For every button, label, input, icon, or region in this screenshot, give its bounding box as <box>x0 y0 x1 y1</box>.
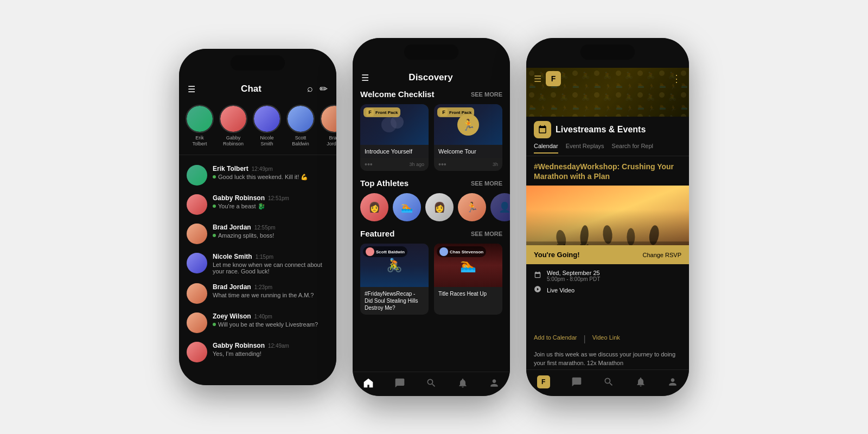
fp-name: Front Pack <box>375 110 398 115</box>
story-item[interactable]: ScottBaldwin <box>286 105 315 147</box>
nav-bell-icon[interactable] <box>457 378 468 388</box>
athletes-see-more[interactable]: SEE MORE <box>471 180 502 187</box>
nav-home-icon[interactable] <box>363 378 374 388</box>
featured-card-title-races[interactable]: 🏊 Chas Stevenson Title Races Heat Up <box>434 244 502 315</box>
msg-text: Let me know when we can connect about yo… <box>213 261 329 275</box>
disc-bottom-nav <box>353 372 510 396</box>
athlete-circle-2[interactable]: 🏊 <box>393 193 421 221</box>
scott-name: Scott Baldwin <box>376 250 405 254</box>
msg-avatar-nicole <box>187 253 207 273</box>
online-dot <box>213 234 216 237</box>
event-main-title: #WednesdayWorkshop: Crushing Your Marath… <box>534 162 681 181</box>
fp-name2: Front Pack <box>449 110 471 115</box>
tab-search-replays[interactable]: Search for Repl <box>612 143 653 154</box>
video-link[interactable]: Video Link <box>592 334 620 344</box>
msg-text: What time are we running in the A.M.? <box>213 292 329 298</box>
fp-logo-small2: F <box>440 108 448 116</box>
chat-divider <box>179 155 336 155</box>
story-name-erik: ErikTolbert <box>192 135 207 147</box>
athlete-circle-5[interactable]: 👤 <box>490 193 510 221</box>
message-item[interactable]: Gabby Robinson 12:49am Yes, I'm attendin… <box>179 337 336 367</box>
story-item[interactable]: BradJordan <box>320 105 336 147</box>
msg-content-zoey: Zoey Wilson 1:40pm Will you be at the we… <box>213 312 329 328</box>
frontpack-badge-1: F Front Pack <box>363 107 400 117</box>
tab-calendar[interactable]: Calendar <box>534 143 558 154</box>
msg-time: 1:40pm <box>254 314 272 320</box>
story-item[interactable]: NicoleSmith <box>253 105 281 147</box>
msg-name: Gabby Robinson <box>213 342 265 349</box>
events-header-left: ☰ F <box>534 71 561 86</box>
hamburger-icon[interactable]: ☰ <box>188 84 195 94</box>
event-date: Wed, September 25 <box>547 270 600 276</box>
events-hamburger-icon[interactable]: ☰ <box>534 74 541 84</box>
dots-icon2: ••• <box>438 160 446 169</box>
athlete-circle-4[interactable]: 🏃 <box>458 193 486 221</box>
events-nav-search-icon[interactable] <box>603 376 614 387</box>
messages-list: Erik Tolbert 12:49pm Good luck this week… <box>179 158 336 385</box>
online-dot <box>213 323 216 326</box>
chat-header-icons: ⌕ ✏ <box>307 83 328 95</box>
events-nav-bell-icon[interactable] <box>635 376 646 387</box>
athlete-circle-1[interactable]: 👩 <box>360 193 388 221</box>
featured-see-more[interactable]: SEE MORE <box>471 231 502 237</box>
msg-time: 12:51pm <box>268 195 289 201</box>
nav-profile-icon[interactable] <box>489 378 500 388</box>
calendar-icon-box <box>534 121 551 138</box>
story-avatar-gabby <box>219 105 247 133</box>
checklist-section-header: Welcome Checklist SEE MORE <box>360 90 502 99</box>
story-item[interactable]: ErikTolbert <box>186 105 214 147</box>
checklist-card-tour[interactable]: 🏃 F Front Pack Welcome Tour ••• <box>434 104 502 171</box>
card-time2: 3h <box>493 162 498 167</box>
athletes-section-header: Top Athletes SEE MORE <box>360 178 502 188</box>
card-label-intro: Introduce Yourself <box>360 145 429 158</box>
nav-chat-icon[interactable] <box>394 378 405 388</box>
story-item[interactable]: GabbyRobinson <box>219 105 247 147</box>
chat-header: ☰ Chat ⌕ ✏ <box>179 79 336 100</box>
video-detail-icon <box>534 285 542 295</box>
msg-avatar-gabby <box>187 194 207 215</box>
featured-cards: 🚴 Scott Baldwin #FridayNewsRecap - Did S… <box>360 244 502 315</box>
checklist-see-more[interactable]: SEE MORE <box>471 91 502 98</box>
checklist-card-intro[interactable]: F Front Pack Introduce Yourself ••• 3h a… <box>360 104 429 171</box>
svg-point-1 <box>391 116 404 129</box>
svg-rect-13 <box>526 242 689 246</box>
events-more-icon[interactable]: ⋮ <box>672 73 681 85</box>
msg-content-erik: Erik Tolbert 12:49pm Good luck this week… <box>213 165 329 181</box>
message-item[interactable]: Erik Tolbert 12:49pm Good luck this week… <box>179 161 336 190</box>
athlete-circle-3[interactable]: 👩 <box>425 193 454 221</box>
message-item[interactable]: Brad Jordan 12:55pm Amazing splits, boss… <box>179 219 336 248</box>
nav-search-icon[interactable] <box>426 378 437 388</box>
card-image-intro: F Front Pack <box>360 104 429 145</box>
msg-name: Brad Jordan <box>213 224 251 231</box>
disc-hamburger-icon[interactable]: ☰ <box>361 73 369 83</box>
events-nav-chat-icon[interactable] <box>571 376 582 387</box>
card-image-tour: 🏃 F Front Pack <box>434 104 502 145</box>
rsvp-bar: You're Going! Change RSVP <box>526 245 689 264</box>
message-item[interactable]: Brad Jordan 1:23pm What time are we runn… <box>179 279 336 308</box>
message-item[interactable]: Nicole Smith 1:15pm Let me know when we … <box>179 248 336 279</box>
event-hero-image <box>526 186 689 245</box>
svg-point-8 <box>555 229 567 245</box>
msg-text: Good luck this weekend. Kill it! 💪 <box>213 174 329 181</box>
msg-content-gabby2: Gabby Robinson 12:49am Yes, I'm attendin… <box>213 342 329 357</box>
marathon-runners-bg <box>526 186 689 245</box>
story-avatar-nicole <box>253 105 281 133</box>
msg-avatar-brad2 <box>187 283 207 304</box>
tab-event-replays[interactable]: Event Replays <box>566 143 604 154</box>
search-icon[interactable]: ⌕ <box>307 83 313 95</box>
chas-avatar <box>439 247 448 256</box>
change-rsvp-button[interactable]: Change RSVP <box>642 252 681 258</box>
events-nav-profile-icon[interactable] <box>667 376 678 387</box>
scott-avatar <box>366 247 374 256</box>
compose-icon[interactable]: ✏ <box>320 83 328 95</box>
message-item[interactable]: Gabby Robinson 12:51pm You're a beast 🐉 <box>179 190 336 219</box>
chat-title: Chat <box>195 84 307 94</box>
disc-header: ☰ Discovery <box>353 68 510 90</box>
frontpack-badge-2: F Front Pack <box>437 107 474 117</box>
featured-card-soul[interactable]: 🚴 Scott Baldwin #FridayNewsRecap - Did S… <box>360 244 429 315</box>
msg-avatar-zoey <box>187 312 207 333</box>
message-item[interactable]: Zoey Wilson 1:40pm Will you be at the we… <box>179 308 336 337</box>
story-name-scott: ScottBaldwin <box>292 135 309 147</box>
events-nav-home-icon[interactable]: F <box>537 375 550 388</box>
add-to-calendar-link[interactable]: Add to Calendar <box>534 334 577 344</box>
